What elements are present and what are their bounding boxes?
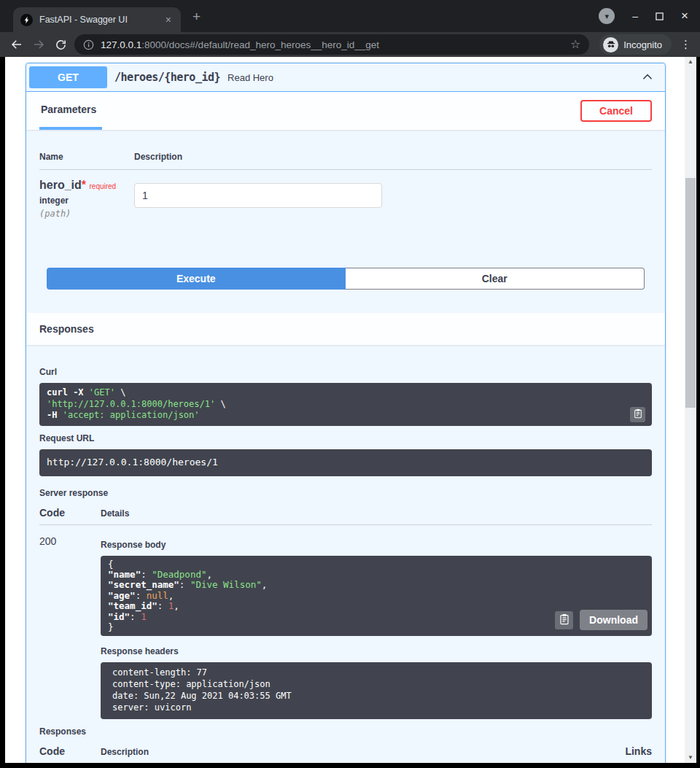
- page-area: GET /heroes/{hero_id} Read Hero Paramete…: [0, 57, 700, 768]
- hero-id-input[interactable]: [134, 183, 382, 208]
- forward-button[interactable]: [31, 38, 47, 51]
- parameter-location: (path): [39, 209, 134, 219]
- incognito-icon: [603, 37, 618, 53]
- new-tab-button[interactable]: +: [192, 9, 201, 23]
- site-info-icon[interactable]: [83, 39, 94, 50]
- response-body-label: Response body: [101, 540, 652, 550]
- request-url-block: http://127.0.0.1:8000/heroes/1: [39, 449, 652, 476]
- required-label: required: [89, 182, 116, 190]
- responses-table-title: Responses: [39, 726, 652, 737]
- url-path: :8000/docs#/default/read_hero_heroes__he…: [141, 39, 379, 50]
- response-headers-block: content-length: 77content-type: applicat…: [101, 662, 652, 718]
- required-asterisk: *: [82, 179, 86, 191]
- page-scrollbar[interactable]: ▲ ▼: [685, 57, 696, 763]
- column-header-name: Name: [39, 152, 134, 162]
- clipboard-icon: [559, 613, 569, 627]
- server-response-table: Code Details 200 Response body { "name":…: [39, 507, 652, 719]
- opblock-summary[interactable]: GET /heroes/{hero_id} Read Hero: [26, 63, 665, 92]
- curl-command-text: curl -X 'GET' \ 'http://127.0.0.1:8000/h…: [47, 387, 645, 422]
- copy-response-button[interactable]: [555, 611, 573, 629]
- window-menu-icon[interactable]: ▾: [599, 8, 615, 24]
- copy-curl-button[interactable]: [630, 407, 645, 422]
- browser-tab[interactable]: FastAPI - Swagger UI ×: [13, 7, 181, 32]
- response-row-200: 200 Response body { "name": "Deadpond", …: [39, 525, 652, 719]
- parameter-type: integer: [39, 195, 134, 206]
- opblock-get: GET /heroes/{hero_id} Read Hero Paramete…: [26, 63, 666, 763]
- parameter-row: hero_id* required integer (path): [39, 170, 652, 219]
- back-button[interactable]: [9, 38, 25, 51]
- minimize-button[interactable]: –: [632, 10, 638, 22]
- url-bar[interactable]: 127.0.0.1:8000/docs#/default/read_hero_h…: [74, 34, 589, 55]
- details-column-header: Details: [101, 508, 129, 519]
- code-column-header: Code: [39, 507, 101, 519]
- cancel-button[interactable]: Cancel: [580, 100, 652, 122]
- doc-code-header: Code: [39, 745, 101, 757]
- clipboard-icon: [634, 408, 642, 421]
- reload-button[interactable]: [52, 39, 69, 51]
- incognito-label: Incognito: [623, 39, 662, 50]
- incognito-badge: Incognito: [599, 34, 672, 55]
- endpoint-path: /heroes/{hero_id}: [114, 71, 220, 84]
- close-window-button[interactable]: ×: [681, 9, 688, 23]
- url-host: 127.0.0.1: [101, 39, 141, 50]
- parameters-body: Name Description hero_id* required integ…: [26, 130, 665, 313]
- doc-description-header: Description: [101, 747, 625, 757]
- parameters-header: Parameters Cancel: [26, 92, 665, 130]
- execute-button[interactable]: Execute: [47, 268, 346, 290]
- curl-label: Curl: [39, 367, 652, 377]
- parameter-name: hero_id: [39, 179, 82, 191]
- fastapi-favicon-icon: [20, 14, 33, 26]
- status-code: 200: [39, 535, 101, 719]
- scrollbar-thumb[interactable]: [685, 178, 696, 408]
- responses-header: Responses: [26, 313, 665, 345]
- download-button[interactable]: Download: [580, 610, 648, 630]
- scroll-up-icon[interactable]: ▲: [685, 57, 696, 67]
- tab-close-icon[interactable]: ×: [163, 15, 174, 25]
- scroll-down-icon[interactable]: ▼: [685, 753, 696, 763]
- request-url-text: http://127.0.0.1:8000/heroes/1: [47, 457, 218, 468]
- bookmark-star-icon[interactable]: ☆: [570, 39, 580, 50]
- browser-window: FastAPI - Swagger UI × + ▾ – × 127.0.0.: [0, 0, 700, 768]
- swagger-page: GET /heroes/{hero_id} Read Hero Paramete…: [5, 57, 685, 763]
- tab-parameters[interactable]: Parameters: [39, 92, 102, 130]
- chevron-up-icon: [642, 72, 653, 83]
- responses-doc-table: Code Description Links 200 No links: [39, 745, 652, 763]
- endpoint-summary: Read Hero: [228, 72, 273, 83]
- response-headers-text: content-length: 77content-type: applicat…: [112, 667, 640, 713]
- browser-toolbar: 127.0.0.1:8000/docs#/default/read_hero_h…: [0, 32, 700, 57]
- tab-title: FastAPI - Swagger UI: [39, 15, 157, 25]
- method-badge: GET: [29, 66, 107, 88]
- url-text[interactable]: 127.0.0.1:8000/docs#/default/read_hero_h…: [101, 39, 564, 50]
- maximize-button[interactable]: [656, 12, 664, 20]
- tab-bar: FastAPI - Swagger UI × + ▾ – ×: [0, 0, 700, 32]
- responses-body: Curl curl -X 'GET' \ 'http://127.0.0.1:8…: [26, 345, 665, 763]
- doc-links-header: Links: [625, 745, 652, 757]
- response-body-block: { "name": "Deadpond", "secret_name": "Di…: [101, 556, 652, 637]
- curl-command-block: curl -X 'GET' \ 'http://127.0.0.1:8000/h…: [39, 383, 652, 426]
- response-headers-label: Response headers: [101, 646, 652, 656]
- column-header-description: Description: [134, 152, 182, 162]
- collapse-button[interactable]: [642, 72, 653, 83]
- browser-menu-icon[interactable]: ⋮: [680, 38, 691, 51]
- server-response-label: Server response: [39, 488, 652, 498]
- request-url-label: Request URL: [39, 433, 652, 443]
- responses-title: Responses: [39, 323, 94, 335]
- clear-button[interactable]: Clear: [346, 268, 645, 290]
